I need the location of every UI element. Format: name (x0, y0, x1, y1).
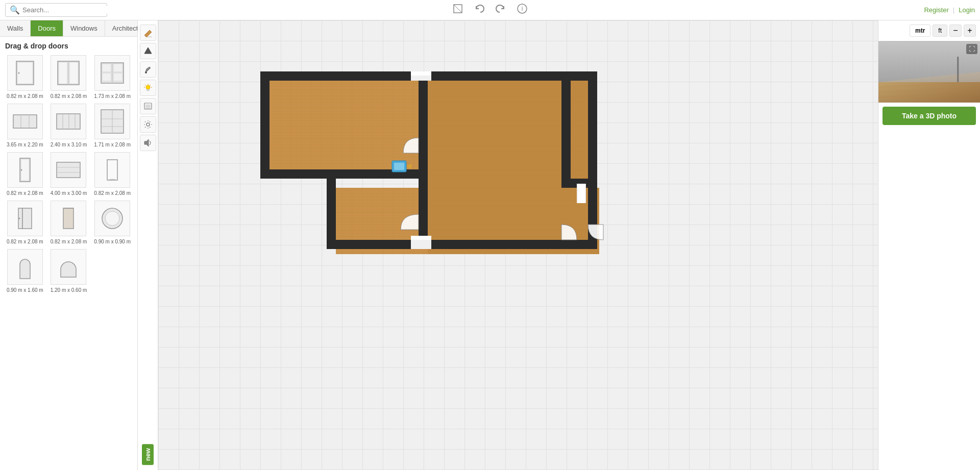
register-link[interactable]: Register (924, 6, 948, 14)
floorplan (260, 71, 607, 267)
preview-expand-button[interactable]: ⛶ (966, 44, 977, 54)
take-3d-photo-button[interactable]: Take a 3D photo (883, 107, 976, 125)
svg-point-36 (18, 218, 20, 219)
door-preview-14 (51, 249, 86, 285)
paint-tool[interactable] (140, 61, 156, 78)
svg-rect-85 (394, 163, 404, 170)
door-preview-1 (7, 55, 43, 91)
door-item-7[interactable]: 0.82 m x 2.08 m (5, 152, 45, 196)
door-item-5[interactable]: 2.40 m x 3.10 m (49, 104, 89, 148)
unit-controls: mtr ft − + (878, 20, 980, 41)
door-label-7: 0.82 m x 2.08 m (7, 190, 43, 196)
door-preview-7 (7, 152, 43, 188)
svg-rect-9 (69, 62, 78, 84)
canvas-area[interactable] (158, 20, 878, 470)
tab-walls[interactable]: Walls (0, 20, 31, 36)
door-item-1[interactable]: 0.82 m x 2.08 m (5, 55, 45, 100)
search-input[interactable] (22, 6, 108, 14)
svg-rect-71 (327, 240, 596, 249)
door-item-8[interactable]: 4.00 m x 3.00 m (49, 152, 89, 196)
list-tool[interactable] (140, 98, 156, 114)
door-preview-12 (94, 201, 130, 236)
svg-rect-83 (578, 184, 585, 203)
svg-rect-75 (419, 81, 428, 179)
svg-rect-44 (146, 89, 150, 91)
door-preview-9 (94, 152, 130, 188)
door-grid: 0.82 m x 2.08 m 0.82 m x 2.08 m 1.73 m x… (5, 55, 132, 293)
door-preview-11 (51, 201, 86, 236)
door-label-11: 0.82 m x 2.08 m (51, 238, 87, 245)
door-label-13: 0.90 m x 1.60 m (7, 287, 43, 293)
svg-rect-37 (63, 208, 74, 229)
svg-rect-70 (327, 169, 336, 249)
topbar-right: Register | Login (924, 6, 975, 14)
undo-icon[interactable] (474, 3, 485, 17)
tab-doors[interactable]: Doors (31, 20, 63, 36)
svg-rect-68 (260, 71, 270, 179)
main: Walls Doors Windows Architecture Garden … (0, 20, 980, 470)
svg-rect-8 (59, 62, 67, 84)
svg-rect-81 (411, 236, 431, 240)
svg-point-40 (105, 211, 119, 226)
door-item-12[interactable]: 0.90 m x 0.90 m (92, 201, 132, 245)
search-box[interactable]: 🔍 (5, 3, 107, 17)
svg-rect-79 (411, 71, 431, 76)
search-icon: 🔍 (10, 5, 20, 15)
tab-architecture[interactable]: Architecture (105, 20, 138, 36)
select-tool-icon[interactable] (452, 3, 463, 17)
auth-divider: | (953, 6, 954, 14)
svg-point-5 (18, 72, 19, 74)
door-preview-5 (51, 104, 86, 139)
svg-rect-35 (22, 208, 32, 229)
svg-rect-19 (57, 114, 80, 129)
door-item-14[interactable]: 1.20 m x 0.60 m (49, 249, 89, 293)
door-preview-13 (7, 249, 43, 285)
sidebar-content: Drag & drop doors 0.82 m x 2.08 m 0.82 m… (0, 37, 137, 470)
preview-container: ⛶ (878, 41, 980, 103)
door-item-4[interactable]: 3.65 m x 2.20 m (5, 104, 45, 148)
shape-tool[interactable] (140, 43, 156, 59)
svg-rect-80 (411, 240, 431, 249)
svg-marker-41 (144, 47, 152, 54)
unit-mtr-button[interactable]: mtr (910, 24, 930, 37)
settings-tool[interactable] (140, 116, 156, 133)
svg-rect-72 (588, 81, 597, 249)
door-label-3: 1.73 m x 2.08 m (94, 93, 131, 100)
door-item-11[interactable]: 0.82 m x 2.08 m (49, 201, 89, 245)
door-item-13[interactable]: 0.90 m x 1.60 m (5, 249, 45, 293)
svg-text:i: i (522, 5, 523, 12)
info-icon[interactable]: i (517, 3, 528, 17)
door-item-10[interactable]: 0.82 m x 2.08 m (5, 201, 45, 245)
door-label-5: 2.40 m x 3.10 m (51, 141, 87, 148)
svg-point-49 (146, 123, 150, 126)
new-badge[interactable]: new (142, 444, 154, 465)
door-label-1: 0.82 m x 2.08 m (7, 93, 43, 100)
left-panel: Walls Doors Windows Architecture Garden … (0, 20, 138, 470)
door-item-2[interactable]: 0.82 m x 2.08 m (49, 55, 89, 100)
door-item-6[interactable]: 1.71 m x 2.08 m (92, 104, 132, 148)
svg-marker-50 (144, 139, 149, 146)
zoom-plus-button[interactable]: + (964, 24, 976, 37)
login-link[interactable]: Login (959, 6, 975, 14)
tab-windows[interactable]: Windows (63, 20, 105, 36)
door-label-10: 0.82 m x 2.08 m (7, 238, 43, 245)
redo-icon[interactable] (495, 3, 506, 17)
tab-bar: Walls Doors Windows Architecture Garden (0, 20, 137, 37)
zoom-minus-button[interactable]: − (949, 24, 962, 37)
door-preview-8 (51, 152, 86, 188)
door-preview-4 (7, 104, 43, 139)
light-tool[interactable] (140, 80, 156, 96)
svg-rect-74 (561, 71, 571, 188)
door-label-14: 1.20 m x 0.60 m (51, 287, 87, 293)
eraser-tool[interactable] (140, 24, 156, 41)
door-item-3[interactable]: 1.73 m x 2.08 m (92, 55, 132, 100)
door-item-9[interactable]: 0.82 m x 2.08 m (92, 152, 132, 196)
toolbar: new (138, 20, 158, 470)
volume-tool[interactable] (140, 135, 156, 151)
unit-ft-button[interactable]: ft (933, 24, 947, 37)
door-preview-10 (7, 201, 43, 236)
svg-point-43 (146, 85, 150, 89)
preview-image (878, 41, 980, 103)
svg-rect-12 (102, 64, 111, 72)
door-label-6: 1.71 m x 2.08 m (94, 141, 131, 148)
